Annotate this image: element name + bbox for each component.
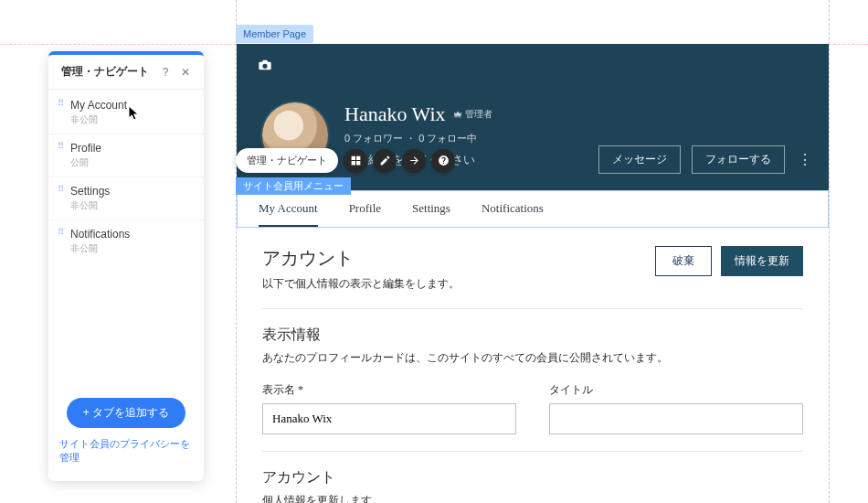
layout-icon[interactable] <box>344 149 367 173</box>
nav-item-profile[interactable]: ⠿ Profile公開 <box>48 134 204 177</box>
display-name-label: 表示名 * <box>262 382 516 398</box>
close-icon[interactable]: ✕ <box>178 65 193 80</box>
nav-item-label: Notifications <box>70 228 130 241</box>
nav-item-notifications[interactable]: ⠿ Notifications非公開 <box>48 219 204 262</box>
follow-button[interactable]: フォローする <box>692 145 785 174</box>
tab-profile[interactable]: Profile <box>349 201 381 227</box>
message-button[interactable]: メッセージ <box>598 145 681 174</box>
element-editor-toolbar: 管理・ナビゲート <box>236 148 455 173</box>
help-circle-icon[interactable] <box>431 149 455 173</box>
title-input[interactable] <box>549 403 803 434</box>
manage-navigate-panel: 管理・ナビゲート ? ✕ ⠿ My Account非公開 ⠿ Profile公開… <box>48 51 204 481</box>
tab-notifications[interactable]: Notifications <box>482 201 544 227</box>
drag-handle-icon[interactable]: ⠿ <box>58 102 65 105</box>
nav-item-label: Profile <box>70 142 101 155</box>
nav-item-my-account[interactable]: ⠿ My Account非公開 <box>48 91 204 134</box>
camera-icon[interactable] <box>257 57 273 73</box>
panel-title: 管理・ナビゲート <box>61 64 153 80</box>
account-section-heading: アカウント <box>262 468 803 487</box>
profile-name: Hanako Wix <box>344 102 446 126</box>
nav-item-visibility: 公開 <box>70 156 101 169</box>
divider <box>262 451 803 452</box>
help-icon[interactable]: ? <box>158 65 173 80</box>
account-heading: アカウント <box>262 246 655 271</box>
save-button[interactable]: 情報を更新 <box>721 246 803 276</box>
nav-item-visibility: 非公開 <box>70 199 110 212</box>
display-name-input[interactable] <box>262 403 516 434</box>
animation-icon[interactable] <box>402 149 426 173</box>
editor-manage-button[interactable]: 管理・ナビゲート <box>236 148 338 173</box>
follower-stats: 0 フォロワー ・ 0 フォロー中 <box>344 132 492 145</box>
role-badge: 管理者 <box>453 108 492 121</box>
nav-item-settings[interactable]: ⠿ Settings非公開 <box>48 177 204 219</box>
member-page-stage: Hanako Wix 管理者 0 フォロワー ・ 0 フォロー中 自己紹介をして… <box>236 44 830 503</box>
cursor-icon <box>128 105 141 122</box>
discard-button[interactable]: 破棄 <box>655 246 712 276</box>
submenu-tag[interactable]: サイト会員用メニュー <box>236 177 351 195</box>
more-icon[interactable]: ⋮ <box>796 151 814 168</box>
drag-handle-icon[interactable]: ⠿ <box>58 187 65 191</box>
add-tab-button[interactable]: + タブを追加する <box>67 398 185 428</box>
tab-my-account[interactable]: My Account <box>259 201 318 227</box>
nav-item-label: My Account <box>70 99 127 112</box>
account-section-desc: 個人情報を更新します。 <box>262 493 803 503</box>
nav-item-visibility: 非公開 <box>70 242 130 255</box>
title-label: タイトル <box>549 382 803 398</box>
display-info-desc: あなたのプロフィールカードは、このサイトのすべての会員に公開されています。 <box>262 350 803 366</box>
account-subheading: 以下で個人情報の表示と編集をします。 <box>262 276 655 292</box>
design-icon[interactable] <box>373 149 397 173</box>
page-tag[interactable]: Member Page <box>236 25 313 43</box>
nav-item-label: Settings <box>70 185 110 198</box>
panel-nav-list: ⠿ My Account非公開 ⠿ Profile公開 ⠿ Settings非公… <box>48 90 204 266</box>
crown-icon <box>453 110 462 119</box>
divider <box>262 308 803 309</box>
tab-settings[interactable]: Settings <box>412 201 450 227</box>
drag-handle-icon[interactable]: ⠿ <box>58 230 65 234</box>
nav-item-visibility: 非公開 <box>70 113 127 126</box>
member-tabs: My Account Profile Settings Notification… <box>237 190 829 228</box>
manage-privacy-link[interactable]: サイト会員のプライバシーを管理 <box>59 437 193 465</box>
drag-handle-icon[interactable]: ⠿ <box>58 144 65 148</box>
display-info-heading: 表示情報 <box>262 326 803 345</box>
